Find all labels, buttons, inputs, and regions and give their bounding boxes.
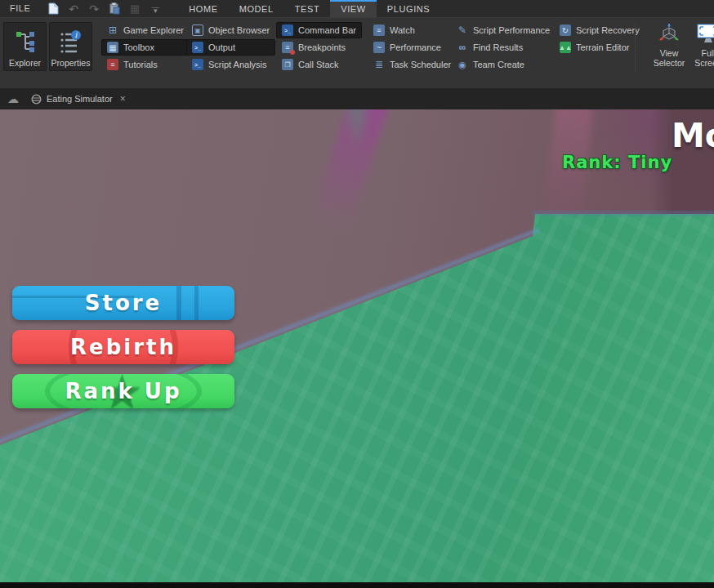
document-tab-eating-simulator[interactable]: Eating Simulator ×	[24, 88, 133, 109]
task-scheduler-icon	[373, 59, 385, 70]
ribbon-group-results: Script Performance Find Results Team Cre…	[451, 22, 556, 73]
quick-access-toolbar: ↶ ↷ ▦ —▾	[42, 0, 167, 17]
view-selector-button[interactable]: View Selector	[649, 23, 689, 68]
document-tab-strip: ☁ Eating Simulator ×	[0, 88, 714, 109]
explorer-tree-icon	[15, 30, 36, 55]
copy-icon[interactable]: ▦	[128, 2, 141, 16]
redo-icon[interactable]: ↷	[87, 2, 100, 16]
full-screen-label: Full Screen	[688, 48, 714, 68]
viewport-green-glow	[343, 109, 371, 152]
game-viewport[interactable]: Mo Rank: Tiny Store Rebirth Rank Up	[0, 109, 714, 588]
script-recovery-item[interactable]: Script Recovery	[554, 22, 645, 38]
call-stack-icon	[282, 59, 293, 70]
paste-icon[interactable]	[108, 2, 121, 16]
customize-caret-icon[interactable]: —▾	[149, 2, 162, 16]
viewport-bottom-bar	[0, 582, 714, 588]
find-results-icon	[457, 42, 468, 53]
script-recovery-icon	[560, 24, 571, 36]
script-analysis-icon	[192, 59, 203, 70]
output-icon	[192, 42, 203, 53]
full-screen-icon	[696, 23, 714, 46]
object-browser-icon	[192, 24, 203, 36]
tab-plugins[interactable]: PLUGINS	[377, 0, 441, 17]
tutorials-item[interactable]: Tutorials	[101, 56, 190, 73]
rank-up-button[interactable]: Rank Up	[12, 374, 234, 408]
undo-icon[interactable]: ↶	[67, 2, 80, 16]
terrain-plateau-edge	[533, 211, 714, 216]
toolbox-icon	[107, 42, 118, 53]
script-analysis-item[interactable]: Script Analysis	[186, 56, 275, 73]
store-button[interactable]: Store	[12, 286, 234, 320]
tutorials-icon	[107, 59, 118, 70]
cloud-icon: ☁	[7, 92, 19, 105]
terrain-editor-icon	[560, 42, 571, 53]
performance-item[interactable]: Performance	[368, 39, 457, 56]
breakpoints-item[interactable]: Breakpoints	[276, 39, 362, 56]
tab-close-icon[interactable]: ×	[120, 93, 126, 105]
properties-list-icon: i	[60, 30, 83, 55]
ribbon-group-recovery: Script Recovery Terrain Editor	[554, 22, 645, 56]
rank-hud-text: Rank: Tiny	[562, 153, 672, 172]
toolbox-item[interactable]: Toolbox	[101, 39, 190, 56]
view-selector-label: View Selector	[649, 48, 689, 68]
full-screen-button[interactable]: Full Screen	[688, 23, 714, 68]
ribbon-group-monitor: Watch Performance Task Scheduler	[368, 22, 457, 73]
ribbon-separator	[635, 24, 636, 72]
output-item[interactable]: Output	[186, 39, 275, 56]
breakpoints-icon	[282, 42, 293, 53]
script-performance-icon	[457, 24, 468, 36]
ribbon-group-browsers: Object Browser Output Script Analysis	[186, 22, 275, 73]
terrain-editor-item[interactable]: Terrain Editor	[554, 39, 645, 56]
properties-button-label: Properties	[51, 58, 91, 68]
team-create-item[interactable]: Team Create	[451, 56, 556, 73]
tab-view[interactable]: VIEW	[330, 0, 377, 17]
object-browser-item[interactable]: Object Browser	[186, 22, 275, 38]
watch-icon	[373, 24, 385, 36]
explorer-button[interactable]: Explorer	[3, 22, 47, 71]
tab-model[interactable]: MODEL	[229, 0, 284, 17]
tab-test[interactable]: TEST	[284, 0, 331, 17]
script-performance-item[interactable]: Script Performance	[451, 22, 556, 38]
command-bar-item[interactable]: Command Bar	[276, 22, 362, 38]
task-scheduler-item[interactable]: Task Scheduler	[368, 56, 457, 73]
ribbon-group-debug: Command Bar Breakpoints Call Stack	[276, 22, 362, 73]
rebirth-button[interactable]: Rebirth	[12, 330, 234, 364]
ribbon-tab-bar: HOME MODEL TEST VIEW PLUGINS	[178, 0, 440, 17]
game-explorer-item[interactable]: Game Explorer	[101, 22, 190, 38]
ribbon: Explorer i Properties Game Explorer Tool…	[0, 17, 714, 88]
team-create-icon	[457, 59, 468, 70]
view-selector-cube-icon	[658, 23, 681, 46]
file-menu[interactable]: FILE	[0, 0, 42, 17]
watch-item[interactable]: Watch	[368, 22, 457, 38]
ribbon-group-explorer-tools: Game Explorer Toolbox Tutorials	[101, 22, 190, 73]
money-hud-text: Mo	[672, 116, 714, 155]
menu-bar: FILE ↶ ↷ ▦ —▾ HOME MODEL TEST VIEW PLUGI…	[0, 0, 714, 17]
find-results-item[interactable]: Find Results	[451, 39, 556, 56]
properties-button[interactable]: i Properties	[49, 22, 92, 71]
call-stack-item[interactable]: Call Stack	[276, 56, 362, 73]
game-explorer-icon	[107, 24, 118, 36]
document-tab-title: Eating Simulator	[47, 94, 113, 104]
published-place-icon	[31, 94, 42, 105]
performance-icon	[373, 42, 385, 53]
explorer-button-label: Explorer	[9, 58, 41, 68]
new-file-icon[interactable]	[47, 2, 60, 16]
command-bar-icon	[282, 24, 293, 36]
roblox-studio-window: FILE ↶ ↷ ▦ —▾ HOME MODEL TEST VIEW PLUGI…	[0, 0, 714, 588]
tab-home[interactable]: HOME	[178, 0, 228, 17]
